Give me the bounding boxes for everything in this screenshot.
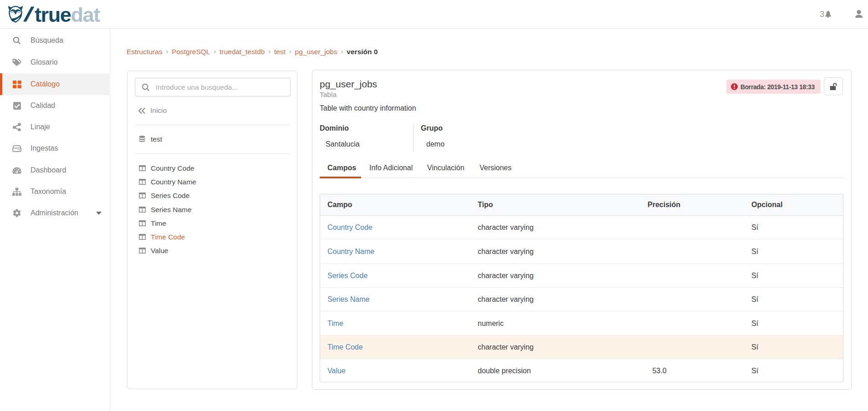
svg-text:truedat: truedat	[35, 3, 100, 26]
